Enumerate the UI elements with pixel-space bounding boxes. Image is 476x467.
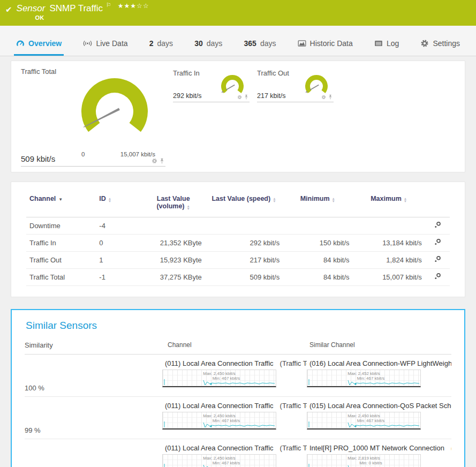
- pin-icon[interactable]: [160, 158, 164, 164]
- column-header-volume[interactable]: Last Value (volume)▲▼: [142, 191, 205, 217]
- channel-minigraph[interactable]: Max: 2,819 kbit/s Min: 0 kbit/s: [307, 454, 421, 467]
- sort-desc-icon[interactable]: ▼: [58, 197, 63, 202]
- channel-id: 0: [96, 235, 141, 252]
- tab-number: 365: [244, 39, 256, 48]
- tab-2-days[interactable]: 2 days: [147, 32, 175, 56]
- gauge-scale: 0 15,007 kbit/s: [72, 151, 157, 157]
- channel-link[interactable]: (015) Local Area Connection-QoS Packet S…: [309, 402, 451, 410]
- historic-chart-icon: [298, 39, 306, 48]
- gauge-traffic-out: Traffic Out 217 kbit/s: [257, 68, 334, 102]
- tab-30-days[interactable]: 30 days: [192, 32, 224, 56]
- gauge-traffic-total: Traffic Total 0 15,007 kbit/s 509 kbit/s: [21, 66, 165, 167]
- channel-speed: 217 kbit/s: [205, 252, 283, 269]
- column-header-actions: [425, 191, 450, 217]
- sort-icon[interactable]: ▲▼: [273, 199, 276, 204]
- sort-icon[interactable]: ▲▼: [404, 199, 407, 204]
- gauge-settings-icon[interactable]: [321, 95, 326, 100]
- channel-min: [283, 217, 352, 235]
- gear-icon: [420, 39, 429, 48]
- channel-settings-icon[interactable]: [434, 221, 441, 229]
- table-row: Traffic In 0 21,352 KByte 292 kbit/s 150…: [26, 235, 450, 252]
- channel-table-header-row: Channel▼ ID▲▼ Last Value (volume)▲▼ Last…: [26, 191, 450, 217]
- sort-icon[interactable]: ▲▼: [332, 199, 335, 204]
- channel-name: Traffic Total: [26, 269, 96, 286]
- channel-link[interactable]: (011) Local Area Connection Traffic: [165, 402, 274, 410]
- pin-icon[interactable]: [244, 94, 248, 100]
- channel-link[interactable]: (016) Local Area Connection-WFP LightWei…: [309, 359, 451, 367]
- channel-max: [353, 217, 425, 235]
- gauge-value: 292 kbit/s: [173, 92, 202, 100]
- channel-minigraph[interactable]: Max: 2,450 kbit/s Min: 467 kbit/s: [162, 370, 276, 387]
- similar-sensors-title: Similar Sensors: [26, 320, 451, 332]
- tab-number: 2: [149, 39, 154, 48]
- page-title: SNMP Traffic: [49, 3, 103, 14]
- channel-volume: 15,923 KByte: [142, 252, 205, 269]
- tab-label: Historic Data: [310, 39, 353, 48]
- channel-table-panel: Channel▼ ID▲▼ Last Value (volume)▲▼ Last…: [11, 182, 465, 297]
- channel-max: 15,007 kbit/s: [353, 269, 425, 286]
- channel-max: 13,184 kbit/s: [353, 235, 425, 252]
- minigraph-max-label: Max: 2,452 kbit/s: [307, 372, 420, 376]
- flag-icon[interactable]: ⚐: [106, 2, 111, 9]
- status-check-icon: ✔: [5, 5, 12, 14]
- channel-minigraph[interactable]: Max: 2,450 kbit/s Min: 467 kbit/s: [162, 454, 276, 467]
- column-header-channel: Channel: [168, 341, 309, 350]
- column-header-speed[interactable]: Last Value (speed)▲▼: [205, 191, 283, 217]
- channel-table: Channel▼ ID▲▼ Last Value (volume)▲▼ Last…: [26, 191, 450, 286]
- similarity-value: 100 %: [25, 359, 162, 393]
- channel-speed: 509 kbit/s: [205, 269, 283, 286]
- column-header-id[interactable]: ID▲▼: [96, 191, 141, 217]
- tab-historic-data[interactable]: Historic Data: [296, 32, 355, 56]
- log-icon: [374, 39, 383, 48]
- similar-header-row: Similarity Channel Similar Channel: [25, 341, 451, 355]
- traffic-total-gauge-dial: [72, 73, 157, 153]
- similar-sensor-row: 100 % (011) Local Area Connection Traffi…: [25, 355, 451, 397]
- tab-live-data[interactable]: Live Data: [81, 32, 130, 56]
- channel-settings-icon[interactable]: [434, 273, 441, 280]
- pin-icon[interactable]: [328, 94, 333, 100]
- column-header-minimum[interactable]: Minimum▲▼: [283, 191, 352, 217]
- channel-link[interactable]: Intel[R] PRO_1000 MT Network Connection: [309, 444, 444, 452]
- gauge-value: 509 kbit/s: [21, 154, 55, 163]
- tab-overview[interactable]: Overview: [14, 32, 64, 56]
- gauge-settings-icon[interactable]: [152, 158, 157, 164]
- sort-icon[interactable]: ▲▼: [187, 206, 190, 212]
- tab-label: Live Data: [96, 39, 127, 48]
- minigraph-min-label: Min: 0 kbit/s: [307, 461, 420, 465]
- tab-settings[interactable]: Settings: [418, 32, 462, 56]
- channel-settings-icon[interactable]: [434, 238, 441, 246]
- channel-speed: 292 kbit/s: [205, 235, 283, 252]
- similar-sensor-row: 99 % (011) Local Area Connection Traffic…: [25, 397, 451, 439]
- channel-link-suffix: (To: [451, 444, 451, 452]
- gauge-scale-min: 0: [81, 151, 85, 157]
- channel-minigraph[interactable]: Max: 2,450 kbit/s Min: 467 kbit/s: [307, 412, 421, 430]
- tab-log[interactable]: Log: [372, 32, 401, 56]
- channel-link-suffix: (Traffic To: [280, 444, 307, 452]
- channel-link[interactable]: (011) Local Area Connection Traffic: [165, 444, 274, 452]
- similar-sensor-row: 85 % (011) Local Area Connection Traffic…: [25, 439, 451, 467]
- sort-icon[interactable]: ▲▼: [108, 199, 111, 204]
- channel-id: 1: [96, 252, 141, 269]
- tab-365-days[interactable]: 365 days: [242, 32, 278, 56]
- channel-min: 150 kbit/s: [283, 235, 352, 252]
- minigraph-max-label: Max: 2,450 kbit/s: [163, 456, 276, 461]
- column-header-channel[interactable]: Channel▼: [26, 191, 96, 217]
- channel-minigraph[interactable]: Max: 2,452 kbit/s Min: 467 kbit/s: [307, 370, 421, 387]
- channel-link-suffix: (Traffic To: [280, 402, 307, 410]
- channel-id: -4: [96, 217, 141, 235]
- column-header-maximum[interactable]: Maximum▲▼: [353, 191, 425, 217]
- channel-min: 84 kbit/s: [283, 269, 352, 286]
- status-badge: OK: [35, 14, 149, 21]
- sensor-title-block: Sensor SNMP Traffic ⚐ ★★★☆☆ OK: [17, 3, 149, 21]
- minigraph-max-label: Max: 2,450 kbit/s: [307, 414, 420, 418]
- channel-volume: 21,352 KByte: [142, 235, 205, 252]
- minigraph-min-label: Min: 467 kbit/s: [307, 376, 420, 381]
- channel-settings-icon[interactable]: [434, 255, 441, 263]
- gauges-panel: Traffic Total 0 15,007 kbit/s 509 kbit/s: [11, 61, 465, 172]
- gauge-settings-icon[interactable]: [237, 95, 242, 100]
- channel-minigraph[interactable]: Max: 2,450 kbit/s Min: 467 kbit/s: [162, 412, 276, 430]
- star-rating[interactable]: ★★★☆☆: [118, 2, 149, 10]
- channel-link[interactable]: (011) Local Area Connection Traffic: [165, 359, 274, 367]
- tab-label: Log: [387, 39, 399, 48]
- minigraph-min-label: Min: 467 kbit/s: [163, 461, 276, 465]
